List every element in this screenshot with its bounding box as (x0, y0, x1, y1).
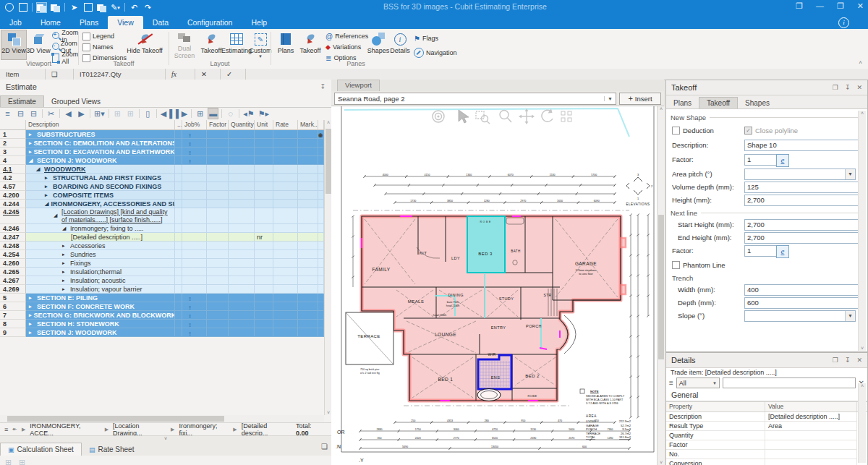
minimize-icon[interactable]: — (816, 1, 824, 11)
close-icon[interactable]: ✕ (856, 84, 862, 91)
window-image-icon[interactable] (18, 3, 27, 12)
estimate-row-6[interactable]: 6▸SECTION F: CONCRETE WORK (0, 302, 324, 311)
cut-icon[interactable]: ✂ (46, 108, 56, 119)
references-button[interactable]: @References (326, 31, 368, 41)
formula-e-button[interactable]: e (776, 245, 789, 258)
reference-field[interactable]: IT012247.Qty (74, 69, 166, 80)
estimate-row-2[interactable]: 2▸SECTION C: DEMOLITION AND ALTERATIONS (0, 139, 324, 148)
expand-columns-icon[interactable]: ▌▶ (176, 108, 187, 119)
details-row-conversion[interactable]: Conversion (666, 459, 867, 465)
delete-icon[interactable]: ▯ (143, 108, 153, 119)
takeoff-panel-tab-shapes[interactable]: Shapes (738, 98, 777, 108)
ribbon-tab-view[interactable]: View (108, 16, 143, 29)
flags-button[interactable]: ⚑Flags (414, 33, 438, 43)
general-section-header[interactable]: General ˄ (666, 389, 867, 401)
insert-page-button[interactable]: + Insert (619, 93, 661, 105)
column-header-Factor[interactable]: Factor (207, 120, 229, 129)
takeoff-pane-button[interactable]: Takeoff (298, 30, 323, 59)
column-header-Mark..[interactable]: Mark.. (298, 120, 318, 129)
column-header-Description[interactable]: Description (26, 120, 175, 129)
estimate-row-4.254[interactable]: 4.254▸Sundries (0, 250, 324, 259)
area-pitch-dropdown[interactable]: ▼ (744, 168, 856, 180)
estimate-row-4[interactable]: 4◢SECTION J: WOODWORK (0, 156, 324, 165)
breadcrumb-item[interactable]: Ironmongery; fixi... (179, 422, 229, 437)
search-icon[interactable]: ◌ (226, 108, 235, 119)
estimating-layout-button[interactable]: Estimating (222, 30, 251, 59)
collapse-columns-icon[interactable]: ◀▐ (161, 108, 172, 119)
column-header-row-number[interactable] (0, 120, 26, 129)
2d-view-button[interactable]: 2D View (1, 30, 26, 59)
flag-next-icon[interactable]: ⚑▸ (258, 108, 269, 119)
pages-icon[interactable] (97, 3, 106, 12)
hide-takeoff-button[interactable]: Hide Takeoff (124, 30, 165, 59)
insert-column-icon[interactable]: ⊞ (126, 108, 135, 119)
estimate-row-4.246[interactable]: 4.246◢Ironmongery; fixing to ..... (0, 224, 324, 233)
estimate-row-4.269[interactable]: 4.269▸Insulation; vapour barrier (0, 285, 324, 294)
estimate-row-4.244[interactable]: 4.244◢IRONMONGERY, ACCESSORIES AND SUNDR… (0, 200, 324, 208)
info-icon[interactable]: i (838, 17, 849, 28)
close-icon[interactable]: ✕ (856, 357, 862, 364)
filter-icon[interactable]: ≡ (669, 379, 673, 387)
estimate-horizontal-scrollbar[interactable] (0, 415, 324, 422)
undo-icon[interactable]: ↶ (129, 3, 139, 12)
estimate-row-5[interactable]: 5▸SECTION E: PILING (0, 294, 324, 302)
estimate-row-4.245[interactable]: 4.245◢[Location Drawings] [kind and qual… (0, 208, 324, 224)
ribbon-tab-help[interactable]: Help (242, 16, 276, 29)
estimate-row-4.260[interactable]: 4.260▸Fixings (0, 259, 324, 268)
edit-pencil-icon[interactable]: ✎▾ (111, 3, 120, 12)
height-input[interactable]: 2,700 (744, 195, 860, 206)
breadcrumb-item[interactable]: IRONMONGERY, ACCE... (30, 422, 100, 437)
copy-icon[interactable]: ❏ (46, 69, 74, 80)
tab-calculation-sheet[interactable]: ▣Calculation Sheet (0, 443, 82, 456)
pin-icon[interactable]: ↧ (845, 357, 851, 364)
estimate-row-8[interactable]: 8▸SECTION H: STONEWORK (0, 320, 324, 328)
deduction-checkbox[interactable]: Deduction (672, 127, 714, 135)
cancel-icon[interactable]: ✕ (195, 69, 221, 80)
estimate-row-4.200[interactable]: 4.200▸COMPOSITE ITEMS (0, 191, 324, 200)
navigation-button[interactable]: Navigation (414, 48, 457, 58)
shapes-pane-button[interactable]: Shapes (366, 30, 391, 59)
custom-layout-button[interactable]: ✎ Custom ▼ (248, 30, 273, 59)
view-compact-icon[interactable]: ⊟ (29, 108, 38, 119)
variations-button[interactable]: ◆Variations (326, 42, 361, 52)
page-selector[interactable]: Seanna Road, page 2 ▼ (334, 93, 616, 105)
estimate-row-4.248[interactable]: 4.248▸Accessories (0, 242, 324, 250)
tab-rate-sheet[interactable]: ▤Rate Sheet (82, 443, 142, 456)
dual-screen-button[interactable]: Dual Screen (170, 30, 199, 59)
column-header-Rate[interactable]: Rate (273, 120, 298, 129)
details-pane-button[interactable]: i Details (388, 30, 412, 59)
column-header-Unit[interactable]: Unit (255, 120, 273, 129)
filter-input[interactable] (723, 377, 856, 388)
collapse-breadcrumb-icon[interactable]: ↞ (12, 426, 17, 432)
restore-icon[interactable]: ❐ (833, 357, 838, 364)
estimate-row-7[interactable]: 7▸SECTION G: BRICKWORK AND BLOCKWORK (0, 311, 324, 320)
factor-input[interactable]: 1 (744, 154, 778, 166)
redo-icon[interactable]: ↷ (143, 3, 153, 12)
breadcrumb-item[interactable]: [Detailed descrip... (242, 422, 292, 437)
ribbon-tab-data[interactable]: Data (143, 16, 178, 29)
volume-depth-input[interactable]: 125 (744, 182, 860, 193)
takeoff-panel-tab-plans[interactable]: Plans (666, 98, 699, 108)
insert-row-icon[interactable]: ⊞▾ (94, 108, 105, 119)
next-item-icon[interactable]: ▶ (77, 108, 86, 119)
estimate-row-1[interactable]: 1▸SUBSTRUCTURES◉ (0, 130, 324, 139)
estimate-row-4.1[interactable]: 4.1◢WOODWORK (0, 165, 324, 174)
ribbon-tab-plans[interactable]: Plans (70, 16, 108, 29)
close-polyline-checkbox[interactable]: ✓Close polyline (744, 127, 798, 135)
menu-icon[interactable]: ≡ (4, 426, 8, 433)
insert-column-icon[interactable]: ⊞ (17, 457, 27, 465)
insert-table-icon[interactable]: ⊞ (113, 108, 122, 119)
takeoff-rocket-icon[interactable]: ➤ (69, 3, 79, 12)
column-header-...[interactable]: ... (175, 120, 182, 129)
item-selector[interactable]: Item (0, 69, 46, 80)
details-row-result-type[interactable]: Result TypeArea (666, 422, 867, 431)
details-row-description[interactable]: Description[Detailed description .....] (666, 412, 867, 422)
estimate-tab-grouped-views[interactable]: Grouped Views (44, 96, 108, 107)
popout-icon[interactable]: ❐ (796, 1, 803, 11)
ribbon-tab-home[interactable]: Home (31, 16, 70, 29)
3d-view-button[interactable]: 3D View (26, 30, 51, 59)
column-header-Quantity[interactable]: Quantity (229, 120, 255, 129)
estimate-row-4.265[interactable]: 4.265▸Insulation;thermal (0, 268, 324, 276)
estimate-row-4.57[interactable]: 4.57▸BOARDING AND SECOND FIXINGS (0, 182, 324, 191)
legend-checkbox[interactable]: Legend (82, 31, 114, 41)
